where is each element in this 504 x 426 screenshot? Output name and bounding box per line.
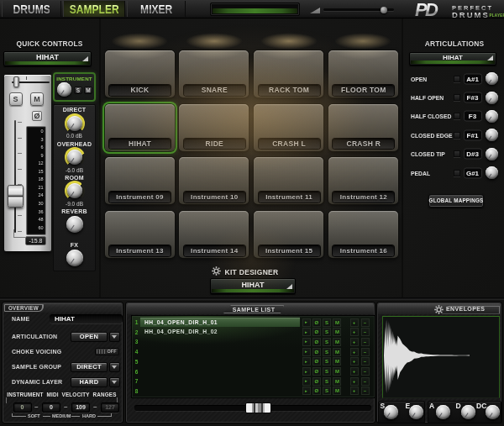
svg-text:PD: PD <box>415 1 438 18</box>
